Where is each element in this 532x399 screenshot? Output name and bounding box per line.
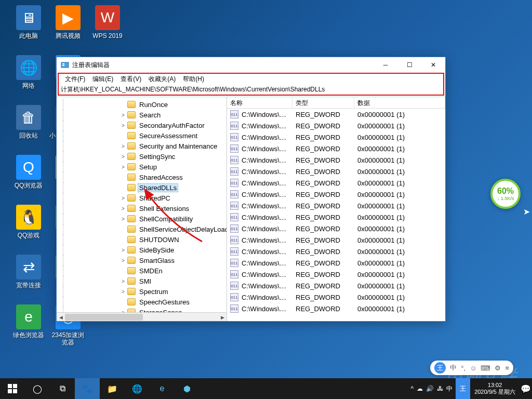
value-row[interactable]: 011C:\Windows\sy...REG_DWORD0x00000001 (… [227, 303, 445, 314]
tree-node-speechgestures[interactable]: SpeechGestures [59, 297, 227, 307]
expand-icon[interactable]: > [120, 216, 126, 222]
expand-icon[interactable]: > [120, 206, 126, 211]
value-row[interactable]: 011C:\Windows\sy...REG_DWORD0x00000001 (… [227, 246, 445, 257]
desktop-icon-3[interactable]: 🌐网络 [9, 55, 48, 89]
taskbar-app-store[interactable]: ⬢ [175, 378, 200, 399]
value-row[interactable]: 011C:\Windows\sy...REG_DWORD0x00000001 (… [227, 234, 445, 246]
tree-node-secureassessment[interactable]: SecureAssessment [59, 130, 227, 141]
expand-icon[interactable]: > [120, 278, 126, 284]
ime-item-4[interactable]: ⚙ [495, 364, 501, 372]
value-row[interactable]: 011C:\Windows\sy...REG_DWORD0x00000001 (… [227, 280, 445, 291]
column-type[interactable]: 类型 [292, 97, 354, 108]
performance-gauge[interactable]: 60% ↓ 1.5K/s [490, 179, 521, 209]
menu-item-3[interactable]: 收藏夹(A) [145, 74, 179, 85]
value-row[interactable]: 011C:\Windows\sy...REG_DWORD0x00000001 (… [227, 269, 445, 280]
value-row[interactable]: 011C:\Windows\sy...REG_DWORD0x00000001 (… [227, 257, 445, 269]
tree-node-shutdown[interactable]: SHUTDOWN [59, 234, 227, 245]
taskbar-clock[interactable]: 13:02 2020/9/5 星期六 [470, 382, 520, 395]
titlebar[interactable]: 注册表编辑器 ─ ☐ ✕ [57, 57, 445, 73]
value-row[interactable]: 011C:\Windows\sy...REG_DWORD0x00000001 (… [227, 291, 445, 303]
tree-node-shellcompatibility[interactable]: >ShellCompatibility [59, 214, 227, 224]
expand-icon[interactable]: > [120, 289, 126, 295]
start-button[interactable] [0, 378, 25, 399]
desktop-icon-7[interactable]: QQQ浏览器 [9, 155, 48, 189]
expand-icon[interactable]: > [120, 123, 126, 128]
expand-icon[interactable]: > [120, 195, 126, 201]
value-row[interactable]: 011C:\Windows\sy...REG_DWORD0x00000001 (… [227, 200, 445, 211]
value-row[interactable]: 011C:\Windows\sy...REG_DWORD0x00000001 (… [227, 211, 445, 223]
close-button[interactable]: ✕ [421, 57, 445, 73]
ime-toolbar[interactable]: 王 中°,☺⌨⚙≡ [430, 361, 513, 375]
expand-icon[interactable]: > [120, 112, 126, 118]
tree-node-smartglass[interactable]: >SmartGlass [59, 255, 227, 265]
desktop-icon-13[interactable]: e绿色浏览器 [9, 304, 48, 339]
desktop-icon-2[interactable]: WWPS 2019 [88, 5, 127, 39]
system-tray[interactable]: ^☁🔊🖧中 [407, 384, 456, 393]
menu-item-2[interactable]: 查看(V) [117, 74, 144, 85]
taskbar-app-edge[interactable]: e [150, 378, 175, 399]
taskbar-app-browser1[interactable]: 🌐 [125, 378, 150, 399]
tray-ime-badge[interactable]: 王 [456, 378, 470, 399]
list-header[interactable]: 名称 类型 数据 [227, 97, 445, 109]
desktop-icon-1[interactable]: ▶腾讯视频 [49, 5, 87, 39]
expand-icon[interactable]: > [120, 154, 126, 159]
tree-node-sharedaccess[interactable]: SharedAccess [59, 172, 227, 182]
tree-node-security-and-maintenance[interactable]: >Security and Maintenance [59, 141, 227, 151]
tree-node-sharedpc[interactable]: >SharedPC [59, 193, 227, 203]
tray-icon-3[interactable]: 🖧 [437, 385, 443, 392]
tree-node-search[interactable]: >Search [59, 110, 227, 120]
tree-node-settingsync[interactable]: >SettingSync [59, 151, 227, 162]
value-row[interactable]: 011C:\Windows\sy...REG_DWORD0x00000001 (… [227, 109, 445, 120]
expand-icon[interactable]: > [120, 164, 126, 170]
ime-item-3[interactable]: ⌨ [481, 364, 490, 372]
taskbar[interactable]: ◯ ⧉ 🐾 📁 🌐 e ⬢ ^☁🔊🖧中 王 13:02 2020/9/5 星期六… [0, 378, 532, 399]
ime-item-1[interactable]: °, [461, 364, 466, 372]
taskbar-app-folder[interactable]: 📁 [100, 378, 125, 399]
value-row[interactable]: 011C:\Windows\sy...REG_DWORD0x00000001 (… [227, 131, 445, 143]
menu-item-4[interactable]: 帮助(H) [180, 74, 207, 85]
registry-tree[interactable]: RunOnce>Search>SecondaryAuthFactorSecure… [57, 97, 227, 312]
tray-icon-4[interactable]: 中 [446, 384, 453, 393]
ime-item-0[interactable]: 中 [450, 363, 457, 373]
tree-node-secondaryauthfactor[interactable]: >SecondaryAuthFactor [59, 120, 227, 130]
task-view-button[interactable]: ⧉ [50, 378, 75, 399]
column-name[interactable]: 名称 [227, 97, 292, 108]
value-row[interactable]: 011C:\Windows\sy...REG_DWORD0x00000001 (… [227, 166, 445, 177]
ime-item-5[interactable]: ≡ [505, 364, 509, 372]
taskbar-app-baidu[interactable]: 🐾 [75, 378, 100, 399]
tray-icon-0[interactable]: ^ [410, 385, 414, 392]
column-data[interactable]: 数据 [354, 97, 445, 108]
tree-node-shell-extensions[interactable]: >Shell Extensions [59, 203, 227, 214]
value-row[interactable]: 011C:\Windows\sy...REG_DWORD0x00000001 (… [227, 143, 445, 154]
ime-logo-icon[interactable]: 王 [434, 362, 446, 374]
notification-button[interactable]: 💬 [520, 378, 532, 399]
ime-item-2[interactable]: ☺ [470, 364, 476, 372]
desktop-icon-5[interactable]: 🗑回收站 [9, 105, 48, 139]
value-row[interactable]: 011C:\Windows\sy...REG_DWORD0x00000001 (… [227, 154, 445, 166]
scroll-left-icon[interactable]: ◀ [57, 313, 65, 321]
tray-icon-2[interactable]: 🔊 [426, 385, 434, 392]
tree-node-runonce[interactable]: RunOnce [59, 99, 227, 110]
search-button[interactable]: ◯ [25, 378, 50, 399]
tree-horizontal-scrollbar[interactable]: ◀ ▶ [57, 312, 227, 321]
desktop-icon-9[interactable]: 🐧QQ游戏 [9, 205, 48, 239]
tree-node-sidebyside[interactable]: >SideBySide [59, 245, 227, 255]
expand-icon[interactable]: > [120, 143, 126, 149]
minimize-button[interactable]: ─ [374, 57, 397, 73]
expand-icon[interactable]: > [120, 258, 126, 263]
tray-icon-1[interactable]: ☁ [417, 385, 423, 392]
value-row[interactable]: 011C:\Windows\sy...REG_DWORD0x00000001 (… [227, 120, 445, 131]
tree-node-shellserviceobjectdelayload[interactable]: ShellServiceObjectDelayLoad [59, 224, 227, 234]
address-bar[interactable]: 计算机\HKEY_LOCAL_MACHINE\SOFTWARE\Microsof… [58, 84, 444, 96]
tree-node-storagesense[interactable]: >StorageSense [59, 307, 227, 312]
menu-item-1[interactable]: 编辑(E) [89, 74, 116, 85]
value-row[interactable]: 011C:\Windows\sy...REG_DWORD0x00000001 (… [227, 223, 445, 234]
tree-node-shareddlls[interactable]: SharedDLLs [59, 182, 227, 193]
value-row[interactable]: 011C:\Windows\sy...REG_DWORD0x00000001 (… [227, 189, 445, 200]
expand-icon[interactable]: > [120, 247, 126, 253]
tree-node-smi[interactable]: >SMI [59, 276, 227, 286]
desktop-icon-11[interactable]: ⇄宽带连接 [9, 255, 48, 289]
value-row[interactable]: 011C:\Windows\sy...REG_DWORD0x00000001 (… [227, 177, 445, 189]
list-body[interactable]: 011C:\Windows\sy...REG_DWORD0x00000001 (… [227, 109, 445, 321]
scroll-right-icon[interactable]: ▶ [218, 313, 227, 321]
